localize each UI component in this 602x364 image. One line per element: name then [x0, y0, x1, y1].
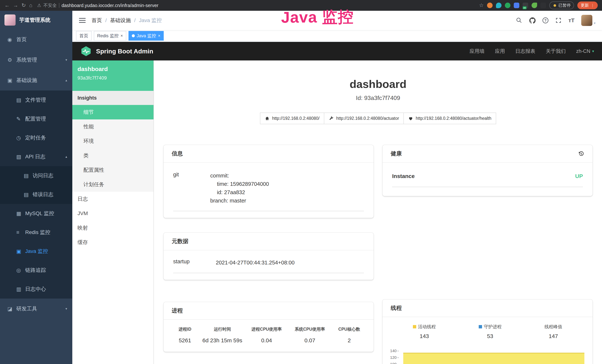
sba-brand-title[interactable]: Spring Boot Admin [96, 48, 153, 55]
menu-item-logs[interactable]: 日志 [72, 192, 153, 206]
insights-item-classes[interactable]: 类 [72, 148, 153, 163]
instance-link-actuator[interactable]: http://192.168.0.2:48080/actuator [324, 113, 404, 124]
menu-item-jvm[interactable]: JVM [72, 206, 153, 221]
link-url: http://192.168.0.2:48080/ [272, 116, 320, 121]
back-icon[interactable]: ← [4, 3, 10, 8]
sidebar-item-scheduled-jobs[interactable]: ◷ 定时任务 [0, 128, 72, 147]
instance-sidebar: dashboard 93a3fc7f7409 Insights 细节 性能 环境… [72, 60, 154, 364]
url-text[interactable]: dashboard.yudao.iocoder.cn/infra/admin-s… [62, 3, 159, 8]
sidebar-item-access-logs[interactable]: ▤ 访问日志 [0, 166, 72, 185]
extension-icon[interactable] [532, 3, 537, 8]
menu-item-mappings[interactable]: 映射 [72, 221, 153, 235]
breadcrumb-infrastructure[interactable]: 基础设施 [102, 17, 131, 24]
insights-item-scheduled-tasks[interactable]: 计划任务 [72, 177, 153, 192]
sidebar-item-mysql-monitor[interactable]: ▦ MySQL 监控 [0, 204, 72, 223]
tab-redis-monitor[interactable]: Redis 监控 × [94, 31, 126, 41]
tab-java-monitor[interactable]: Java 监控 × [129, 31, 164, 41]
sidebar-item-error-logs[interactable]: ▤ 错误日志 [0, 185, 72, 204]
sidebar-item-label: 配置管理 [25, 115, 67, 122]
sidebar-item-home[interactable]: ◉ 首页 [0, 29, 72, 50]
instance-header[interactable]: dashboard 93a3fc7f7409 [72, 60, 153, 91]
forward-icon[interactable]: → [13, 3, 18, 8]
extension-icon[interactable]: on [523, 3, 528, 8]
update-button[interactable]: 更新 ⋮ [577, 1, 598, 9]
metadata-row-startup: startup 2021-04-27T00:44:31.254+08:00 [173, 258, 364, 273]
process-table: 进程ID 运行时间 进程CPU使用率 系统CPU使用率 CPU核心数 5261 [170, 325, 367, 344]
tab-label: 首页 [79, 33, 88, 39]
extension-icon[interactable] [514, 3, 519, 8]
process-col-cores: CPU核心数 [332, 325, 367, 334]
extension-icon[interactable] [505, 3, 510, 8]
instance-link-health[interactable]: http://192.168.0.2:48080/actuator/health [403, 113, 496, 124]
paused-badge[interactable]: ☻ 已暂停 [549, 1, 574, 9]
sba-logo-icon [80, 46, 92, 57]
legend-value: 147 [548, 333, 558, 339]
link-url: http://192.168.0.2:48080/actuator [336, 116, 399, 121]
insights-item-details[interactable]: 细节 [72, 105, 153, 119]
close-icon[interactable]: × [120, 33, 123, 38]
instance-id-line: Id: 93a3fc7f7409 [163, 95, 592, 101]
github-icon[interactable] [529, 17, 536, 24]
browser-home-icon[interactable]: ⌂ [29, 3, 32, 8]
sidebar-item-java-monitor[interactable]: ▣ Java 监控 [0, 242, 72, 261]
info-key: git [173, 171, 210, 205]
instance-link-service[interactable]: http://192.168.0.2:48080/ [260, 113, 324, 124]
sidebar-item-dev-tools[interactable]: ◪ 研发工具 ▾ [0, 299, 72, 319]
card-title: 信息 [172, 150, 183, 157]
sidebar-item-infrastructure[interactable]: ▣ 基础设施 ▴ [0, 70, 72, 90]
insights-item-performance[interactable]: 性能 [72, 119, 153, 134]
close-icon[interactable]: × [158, 33, 160, 38]
sba-nav-about[interactable]: 关于我们 [546, 48, 566, 54]
address-bar[interactable]: ⚠ 不安全 dashboard.yudao.iocoder.cn/infra/a… [37, 2, 475, 8]
edit-icon: ✎ [16, 116, 25, 122]
process-proc-cpu: 0.04 [245, 334, 288, 344]
sidebar-item-redis-monitor[interactable]: ≡ Redis 监控 [0, 223, 72, 242]
info-card: 信息 git commit: time: 1596289704000 id: 2… [163, 145, 374, 218]
insights-item-config-props[interactable]: 配置属性 [72, 163, 153, 177]
app-logo[interactable]: 芋道管理系统 [0, 11, 72, 29]
sidebar-menu: ◉ 首页 ⚙ 系统管理 ▾ ▣ 基础设施 ▴ ▤ 文件管理 [0, 29, 72, 364]
live-threads-area [403, 353, 584, 364]
git-branch: branch: master [210, 197, 364, 205]
wrench-icon [329, 116, 333, 121]
bookmark-star-icon[interactable]: ☆ [479, 3, 484, 8]
hamburger-icon[interactable] [79, 18, 86, 23]
sidebar-item-log-center[interactable]: ▥ 日志中心 [0, 280, 72, 299]
extension-icon[interactable] [540, 3, 546, 8]
document-icon: ▤ [24, 192, 33, 198]
git-commit-label: commit: [210, 171, 364, 180]
tab-home[interactable]: 首页 [76, 31, 92, 41]
sidebar-item-file-mgmt[interactable]: ▤ 文件管理 [0, 90, 72, 109]
user-menu[interactable]: ▾ [581, 15, 595, 26]
extension-icon[interactable] [487, 3, 493, 8]
sba-nav-applications[interactable]: 应用 [495, 48, 505, 54]
gear-icon: ⚙ [7, 57, 16, 63]
extension-icon[interactable] [496, 3, 502, 8]
sidebar-item-tracing[interactable]: ◎ 链路追踪 [0, 261, 72, 280]
help-icon[interactable]: ? [542, 17, 548, 23]
sba-locale-select[interactable]: zh-CN ▾ [576, 48, 594, 54]
chevron-up-icon: ▴ [65, 78, 67, 82]
security-label[interactable]: 不安全 [43, 2, 57, 8]
menu-item-caches[interactable]: 缓存 [72, 235, 153, 250]
legend-daemon-threads: 守护进程 53 [479, 324, 502, 339]
sidebar-item-system-mgmt[interactable]: ⚙ 系统管理 ▾ [0, 50, 72, 70]
sidebar-item-api-logs[interactable]: ▧ API 日志 ▴ [0, 147, 72, 166]
reload-icon[interactable]: ↻ [22, 3, 26, 8]
process-col-proc-cpu: 进程CPU使用率 [245, 325, 288, 334]
git-commit-id: id: 27aa832 [210, 188, 364, 197]
history-icon[interactable] [578, 150, 584, 157]
insights-section-label: Insights [72, 91, 153, 105]
info-row-git: git commit: time: 1596289704000 id: 27aa… [173, 171, 364, 211]
extension-on-badge: on [523, 6, 527, 9]
sidebar-item-config-mgmt[interactable]: ✎ 配置管理 [0, 109, 72, 128]
fullscreen-icon[interactable] [555, 17, 562, 24]
search-icon[interactable] [516, 17, 522, 24]
legend-swatch-yellow [413, 325, 416, 328]
sba-nav-journal[interactable]: 日志报表 [515, 48, 535, 54]
sba-nav-wallboard[interactable]: 应用墙 [469, 48, 484, 54]
insights-item-environment[interactable]: 环境 [72, 134, 153, 148]
breadcrumb-home[interactable]: 首页 [92, 17, 102, 24]
legend-value: 143 [419, 333, 429, 339]
font-size-icon[interactable]: тT [569, 17, 575, 23]
